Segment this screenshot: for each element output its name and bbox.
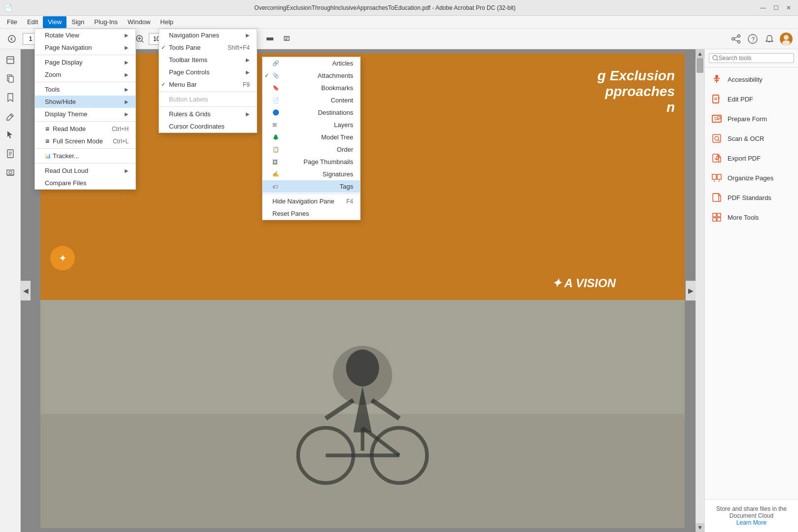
- view-menu-tools[interactable]: Tools ▶: [35, 83, 135, 96]
- sidebar-stamp-btn[interactable]: [1, 164, 19, 181]
- tool-pdf-standards[interactable]: PDF Standards: [705, 188, 798, 207]
- tool-accessibility[interactable]: Accessibility: [705, 69, 798, 89]
- pdf-photo: [40, 300, 685, 528]
- tool-pdf-standards-label: PDF Standards: [728, 194, 771, 201]
- minimize-button[interactable]: —: [758, 2, 768, 13]
- more-tools-icon: [711, 211, 723, 223]
- menu-help[interactable]: Help: [155, 16, 178, 28]
- showhide-menu-bar[interactable]: ✓ Menu Bar F9: [159, 78, 257, 91]
- search-tools-wrapper[interactable]: [709, 53, 794, 63]
- scroll-bar[interactable]: [696, 58, 704, 523]
- page-back-btn[interactable]: [4, 31, 20, 47]
- svg-rect-42: [638, 266, 653, 270]
- sidebar-bookmarks-btn[interactable]: [1, 89, 19, 106]
- view-menu-display-theme[interactable]: Display Theme ▶: [35, 108, 135, 120]
- svg-text:?: ?: [752, 35, 755, 42]
- tool-organize-pages[interactable]: Organize Pages: [705, 168, 798, 188]
- showhide-toolbar-items[interactable]: Toolbar Items ▶: [159, 54, 257, 66]
- svg-line-21: [734, 36, 738, 38]
- menu-sep-2: [159, 106, 257, 107]
- profile-btn[interactable]: [778, 31, 794, 47]
- redact-btn[interactable]: [262, 31, 278, 47]
- search-tools-input[interactable]: [719, 55, 791, 62]
- navpane-articles[interactable]: 🔗 Articles: [263, 57, 360, 69]
- navpane-hide[interactable]: Hide Navigation Pane F4: [263, 195, 360, 207]
- scroll-thumb[interactable]: [697, 58, 703, 73]
- svg-rect-32: [9, 76, 13, 82]
- menu-sign[interactable]: Sign: [66, 16, 89, 28]
- svg-rect-81: [717, 213, 721, 217]
- arrow-icon: ▶: [246, 33, 250, 38]
- sidebar-doc-btn[interactable]: [1, 145, 19, 163]
- navpane-bookmarks[interactable]: 🔖 Bookmarks: [263, 82, 360, 94]
- view-menu-show-hide[interactable]: Show/Hide ▶: [35, 96, 135, 108]
- tool-prepare-form[interactable]: Prepare Form: [705, 109, 798, 129]
- tool-edit-pdf[interactable]: Edit PDF: [705, 89, 798, 109]
- navpane-model-tree[interactable]: 🌲 Model Tree: [263, 131, 360, 143]
- check-icon: ✓: [161, 44, 166, 51]
- view-menu-fullscreen[interactable]: 🖥 Full Screen Mode Ctrl+L: [35, 135, 135, 147]
- svg-point-52: [346, 350, 379, 387]
- share-btn[interactable]: [728, 31, 744, 47]
- right-sidebar: Accessibility Edit PDF Prepare Form: [704, 49, 798, 532]
- menu-file[interactable]: File: [2, 16, 22, 28]
- shortcut-text: F9: [243, 81, 250, 88]
- view-menu-read-mode[interactable]: 🖥 Read Mode Ctrl+H: [35, 123, 135, 135]
- sidebar-cursor-btn[interactable]: [1, 126, 19, 144]
- navpane-order[interactable]: 📋 Order: [263, 143, 360, 156]
- view-menu-page-nav[interactable]: Page Navigation ▶: [35, 41, 135, 54]
- shortcut-text: Ctrl+H: [112, 126, 129, 133]
- svg-rect-29: [7, 57, 14, 64]
- navpane-tags[interactable]: 🏷 Tags: [263, 180, 360, 193]
- svg-point-0: [8, 35, 15, 42]
- maximize-button[interactable]: ☐: [770, 2, 781, 13]
- close-button[interactable]: ✕: [783, 2, 794, 13]
- shortcut-text: F4: [346, 198, 353, 205]
- view-menu-tracker[interactable]: 📊 Tracker...: [35, 150, 135, 162]
- nav-arrow-left[interactable]: ◀: [21, 281, 31, 300]
- view-menu-page-display[interactable]: Page Display ▶: [35, 56, 135, 68]
- accessibility-icon: [711, 73, 723, 85]
- navpane-layers[interactable]: ⊞ Layers: [263, 119, 360, 131]
- tool-more-tools[interactable]: More Tools: [705, 207, 798, 227]
- navpane-destinations[interactable]: 🔵 Destinations: [263, 106, 360, 119]
- view-menu-read-loud[interactable]: Read Out Loud ▶: [35, 165, 135, 177]
- learn-more-link[interactable]: Learn More: [736, 519, 766, 526]
- notification-btn[interactable]: [762, 31, 777, 47]
- scroll-up-btn[interactable]: ▲: [696, 49, 704, 58]
- showhide-page-controls[interactable]: Page Controls ▶: [159, 66, 257, 78]
- view-menu-compare[interactable]: Compare Files: [35, 177, 135, 189]
- stamp-btn[interactable]: [279, 31, 295, 47]
- organize-pages-icon: [711, 172, 723, 184]
- svg-rect-80: [713, 213, 716, 217]
- pdf-page: g Exclusion pproaches n ✦: [40, 53, 685, 528]
- sidebar-create-btn[interactable]: [1, 51, 19, 69]
- sidebar-edit-btn[interactable]: [1, 107, 19, 125]
- view-menu-rotate[interactable]: Rotate View ▶: [35, 29, 135, 41]
- navpane-page-thumbnails[interactable]: 🖼 Page Thumbnails: [263, 156, 360, 168]
- svg-rect-74: [717, 174, 721, 179]
- navpane-signatures[interactable]: ✍ Signatures: [263, 168, 360, 180]
- showhide-nav-panes[interactable]: Navigation Panes ▶: [159, 29, 257, 41]
- nav-arrow-right[interactable]: ▶: [686, 281, 696, 300]
- arrow-icon: ▶: [246, 69, 250, 75]
- navpane-content[interactable]: 📄 Content: [263, 94, 360, 106]
- tool-scan-ocr[interactable]: Scan & OCR: [705, 129, 798, 148]
- showhide-rulers-grids[interactable]: Rulers & Grids ▶: [159, 108, 257, 120]
- navpane-reset[interactable]: Reset Panes: [263, 207, 360, 220]
- svg-rect-15: [266, 37, 273, 40]
- view-menu-zoom[interactable]: Zoom ▶: [35, 68, 135, 81]
- menu-window[interactable]: Window: [123, 16, 155, 28]
- tool-export-pdf[interactable]: Export PDF: [705, 148, 798, 168]
- sidebar-pages-btn[interactable]: [1, 70, 19, 88]
- menu-edit[interactable]: Edit: [22, 16, 43, 28]
- menu-view[interactable]: View: [43, 16, 66, 28]
- navpane-attachments[interactable]: ✓ 📎 Attachments: [263, 69, 360, 82]
- showhide-cursor-coords[interactable]: Cursor Coordinates: [159, 120, 257, 133]
- svg-rect-49: [640, 280, 650, 288]
- showhide-tools-pane[interactable]: ✓ Tools Pane Shift+F4: [159, 41, 257, 54]
- scroll-down-btn[interactable]: ▼: [696, 523, 704, 532]
- help-btn[interactable]: ?: [745, 31, 761, 47]
- menu-plugins[interactable]: Plug-Ins: [89, 16, 123, 28]
- pdf-title: g Exclusion pproaches n: [598, 68, 675, 115]
